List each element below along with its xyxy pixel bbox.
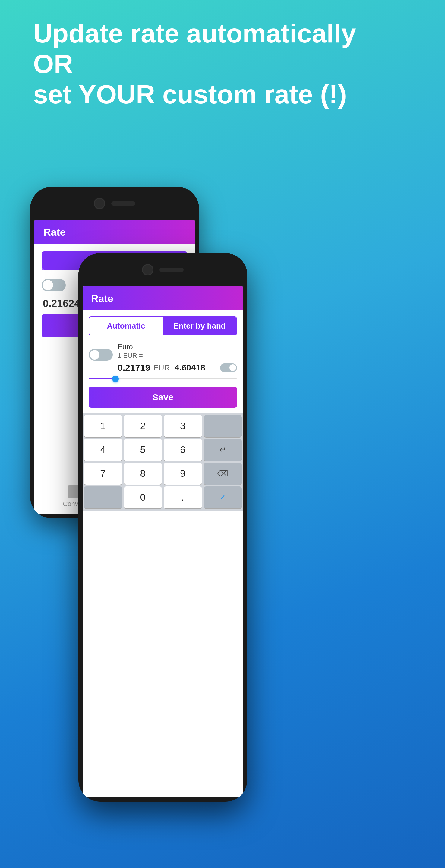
key-7[interactable]: 7 xyxy=(84,463,122,485)
headline-line3: set YOUR custom rate (!) xyxy=(33,79,412,110)
key-5[interactable]: 5 xyxy=(124,439,162,461)
keyboard-row-2: 4 5 6 ↵ xyxy=(84,439,242,461)
currency-code: EUR xyxy=(153,363,170,373)
front-speaker-icon xyxy=(159,268,184,272)
rate-right: 4.60418 xyxy=(175,363,205,373)
toggle-area xyxy=(89,343,113,361)
app-content: Automatic Enter by hand Euro 1 EUR = xyxy=(83,310,243,412)
key-9[interactable]: 9 xyxy=(164,463,202,485)
front-camera-icon xyxy=(142,264,153,276)
main-toggle[interactable] xyxy=(89,349,113,361)
app-header-title: Rate xyxy=(91,293,113,304)
tab-automatic[interactable]: Automatic xyxy=(89,317,163,335)
slider-fill xyxy=(89,378,116,379)
back-speaker-icon xyxy=(111,201,136,206)
rate-slider[interactable] xyxy=(89,376,237,382)
app-header: Rate xyxy=(83,286,243,310)
headline-line1: Update rate automatically xyxy=(33,18,412,49)
key-backspace[interactable]: ⌫ xyxy=(204,463,242,485)
back-rate-number: 0.21624 xyxy=(43,298,80,309)
tab-enter-by-hand[interactable]: Enter by hand xyxy=(163,317,236,335)
keyboard-row-3: 7 8 9 ⌫ xyxy=(84,463,242,485)
key-8[interactable]: 8 xyxy=(124,463,162,485)
currency-name: Euro xyxy=(118,343,237,351)
rate-toggle-small[interactable] xyxy=(220,364,237,372)
main-toggle-thumb xyxy=(90,350,99,360)
slider-knob xyxy=(112,375,119,382)
key-return[interactable]: ↵ xyxy=(204,439,242,461)
back-toggle[interactable] xyxy=(41,279,66,291)
back-header-title: Rate xyxy=(43,226,66,238)
rate-values-row: 0.21719 EUR 4.60418 xyxy=(118,363,237,373)
phone-front-screen: Rate Automatic Enter by hand xyxy=(83,286,243,798)
back-toggle-thumb xyxy=(43,280,53,290)
key-3[interactable]: 3 xyxy=(164,415,202,437)
keyboard-row-1: 1 2 3 − xyxy=(84,415,242,437)
keyboard-row-4: , 0 . ✓ xyxy=(84,487,242,508)
app-body: Automatic Enter by hand Euro 1 EUR = xyxy=(83,310,243,798)
rate-row: Euro 1 EUR = 0.21719 EUR 4.60418 xyxy=(89,343,237,373)
key-6[interactable]: 6 xyxy=(164,439,202,461)
save-button[interactable]: Save xyxy=(89,387,237,408)
headline-line2: OR xyxy=(33,49,412,79)
key-dot[interactable]: . xyxy=(164,487,202,508)
key-confirm[interactable]: ✓ xyxy=(204,487,242,508)
back-camera-icon xyxy=(94,198,105,209)
phone-front: Rate Automatic Enter by hand xyxy=(79,253,247,802)
currency-equation: 1 EUR = xyxy=(118,352,237,360)
key-4[interactable]: 4 xyxy=(84,439,122,461)
headline: Update rate automatically OR set YOUR cu… xyxy=(33,18,412,110)
key-2[interactable]: 2 xyxy=(124,415,162,437)
back-header: Rate xyxy=(34,220,195,244)
key-minus[interactable]: − xyxy=(204,415,242,437)
tab-bar: Automatic Enter by hand xyxy=(89,316,237,336)
slider-track xyxy=(89,378,237,379)
key-0[interactable]: 0 xyxy=(124,487,162,508)
phone-front-notch xyxy=(79,253,247,286)
rate-toggle-small-thumb xyxy=(230,364,236,371)
key-comma[interactable]: , xyxy=(84,487,122,508)
phone-back-notch xyxy=(30,187,199,220)
euro-info: Euro 1 EUR = 0.21719 EUR 4.60418 xyxy=(118,343,237,373)
keyboard: 1 2 3 − 4 5 6 ↵ 7 8 9 ⌫ , xyxy=(83,412,243,511)
key-1[interactable]: 1 xyxy=(84,415,122,437)
rate-left: 0.21719 xyxy=(118,363,150,373)
